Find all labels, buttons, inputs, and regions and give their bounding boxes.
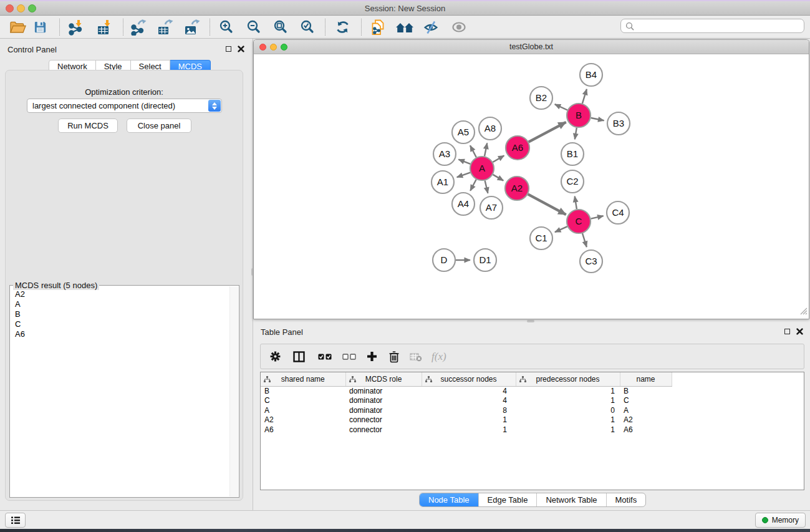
select-all-button[interactable] (318, 354, 332, 360)
table-cell[interactable]: connector (345, 425, 422, 435)
network-graph[interactable]: B4B2BB3A8A5A6A3B1AC2A1A2A4A7C4CC1DD1C3 (254, 54, 809, 319)
import-table-button[interactable] (94, 17, 115, 37)
function-builder-button[interactable]: f(x) (432, 351, 446, 363)
table-cell[interactable]: A6 (620, 425, 672, 435)
table-cell[interactable]: 1 (422, 425, 516, 435)
table-cell[interactable]: dominator (345, 396, 422, 406)
export-image-button[interactable] (181, 17, 203, 37)
table-cell[interactable]: 1 (516, 396, 620, 406)
table-row[interactable]: A2connector11A2 (261, 415, 804, 425)
table-cell[interactable]: A2 (261, 415, 345, 425)
graph-edge-A-A7[interactable] (485, 181, 488, 193)
zoom-in-button[interactable] (215, 17, 236, 37)
table-cell[interactable]: 1 (422, 415, 516, 425)
graph-node-A1[interactable]: A1 (432, 171, 454, 193)
window-resize-grip[interactable] (798, 306, 808, 317)
graph-node-D[interactable]: D (433, 249, 455, 271)
add-column-button[interactable] (367, 351, 377, 362)
table-row[interactable]: Bdominator41B (261, 386, 804, 396)
graph-node-A5[interactable]: A5 (452, 121, 475, 143)
graph-node-B4[interactable]: B4 (580, 64, 602, 86)
graph-edge-A-A1[interactable] (457, 173, 470, 178)
table-cell[interactable]: A (261, 405, 345, 415)
graph-edge-B-B4[interactable] (582, 89, 587, 104)
graph-node-B2[interactable]: B2 (530, 87, 552, 109)
refresh-button[interactable] (332, 17, 353, 37)
zoom-selected-button[interactable] (296, 17, 317, 37)
graph-edge-A2-C[interactable] (528, 194, 566, 215)
graph-node-A2[interactable]: A2 (505, 177, 529, 200)
memory-button[interactable]: Memory (755, 513, 806, 528)
graph-node-C[interactable]: C (567, 210, 591, 233)
network-canvas[interactable]: B4B2BB3A8A5A6A3B1AC2A1A2A4A7C4CC1DD1C3 (254, 54, 809, 319)
table-cell[interactable]: C (261, 396, 345, 406)
float-panel-button[interactable] (224, 45, 233, 53)
mcds-result-item[interactable]: A (11, 299, 229, 309)
search-input[interactable] (637, 22, 804, 31)
graph-edge-A6-B[interactable] (529, 122, 566, 142)
graph-node-B[interactable]: B (567, 104, 591, 127)
export-network-button[interactable] (128, 17, 149, 37)
search-field[interactable] (620, 19, 804, 33)
graph-edge-B-B1[interactable] (575, 128, 577, 140)
h-split-handle[interactable] (527, 320, 534, 322)
column-header-mcds-role[interactable]: MCDS role (345, 372, 422, 386)
graph-node-C2[interactable]: C2 (561, 170, 584, 193)
graph-node-A8[interactable]: A8 (479, 117, 501, 140)
graph-node-B3[interactable]: B3 (607, 112, 630, 135)
zoom-out-button[interactable] (243, 17, 264, 37)
save-session-button[interactable] (29, 17, 51, 37)
graph-edge-A-A4[interactable] (470, 180, 476, 191)
graph-node-C4[interactable]: C4 (607, 201, 629, 224)
task-history-button[interactable] (5, 513, 26, 528)
table-cell[interactable]: A2 (620, 415, 672, 425)
graph-edge-C-C4[interactable] (591, 216, 604, 219)
open-session-button[interactable] (7, 17, 28, 37)
graph-edge-C-C3[interactable] (582, 233, 587, 247)
table-cell[interactable]: B (261, 386, 345, 396)
mcds-result-item[interactable]: A6 (11, 329, 229, 339)
table-cell[interactable]: C (620, 396, 672, 406)
graph-edge-C-C2[interactable] (575, 196, 577, 210)
graph-edge-A-A8[interactable] (485, 143, 487, 157)
show-columns-button[interactable] (293, 351, 305, 362)
table-cell[interactable]: 4 (422, 396, 516, 406)
table-cell[interactable]: 1 (516, 415, 620, 425)
hide-graphics-button[interactable] (420, 17, 441, 37)
graph-edge-B-B2[interactable] (555, 104, 567, 110)
table-cell[interactable]: B (620, 386, 672, 396)
table-cell[interactable]: 1 (516, 425, 620, 435)
mcds-result-item[interactable]: B (11, 309, 229, 319)
graph-node-A[interactable]: A (470, 157, 494, 180)
table-cell[interactable]: 0 (516, 405, 620, 415)
graph-edge-A-A5[interactable] (470, 145, 476, 157)
graph-node-A3[interactable]: A3 (433, 143, 456, 165)
import-network-button[interactable] (65, 17, 87, 37)
mcds-result-item[interactable]: A2 (11, 289, 229, 299)
graph-node-D1[interactable]: D1 (474, 249, 496, 271)
table-cell[interactable]: 1 (516, 386, 620, 396)
graph-node-B1[interactable]: B1 (561, 143, 584, 165)
column-header-successor-nodes[interactable]: successor nodes (422, 372, 516, 386)
show-graphics-button[interactable] (448, 17, 470, 37)
table-cell[interactable]: 8 (422, 405, 516, 415)
optimization-criterion-select[interactable]: largest connected component (directed) (27, 99, 222, 113)
column-header-shared-name[interactable]: shared name (261, 372, 345, 386)
table-cell[interactable]: connector (345, 415, 422, 425)
home-button[interactable] (394, 17, 415, 37)
table-cell[interactable]: dominator (345, 386, 422, 396)
graph-node-C3[interactable]: C3 (580, 250, 602, 273)
run-mcds-button[interactable]: Run MCDS (58, 118, 118, 133)
graph-edge-C-C1[interactable] (555, 226, 567, 232)
delete-column-button[interactable] (388, 351, 400, 363)
column-header-predecessor-nodes[interactable]: predecessor nodes (516, 372, 620, 386)
mcds-result-scrollbar[interactable] (229, 286, 238, 496)
tab-motifs[interactable]: Motifs (606, 493, 646, 506)
deselect-all-button[interactable] (342, 354, 356, 360)
table-close-button[interactable] (796, 327, 804, 336)
tab-network-table[interactable]: Network Table (536, 493, 605, 506)
column-header-name[interactable]: name (620, 372, 672, 386)
duplicate-network-button[interactable] (368, 17, 389, 37)
graph-edge-A-A3[interactable] (458, 160, 470, 164)
table-row[interactable]: A6connector11A6 (261, 425, 804, 435)
